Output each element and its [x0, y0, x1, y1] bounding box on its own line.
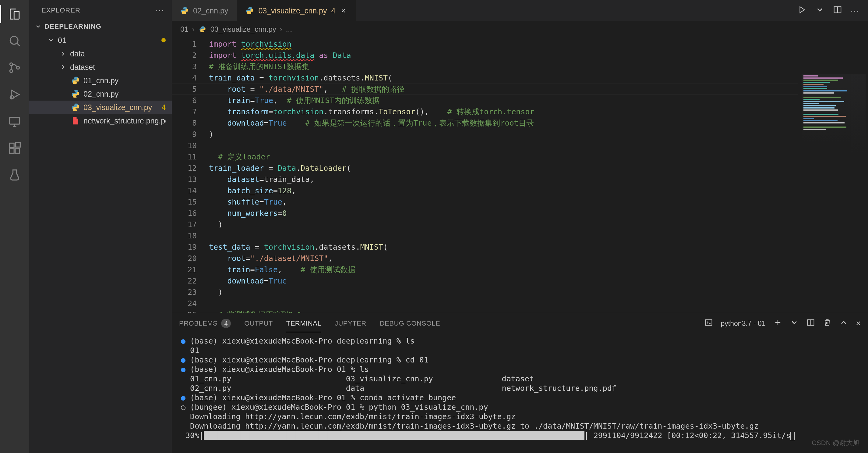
svg-point-3: [17, 66, 19, 69]
bottom-panel: PROBLEMS4 OUTPUT TERMINAL JUPYTER DEBUG …: [172, 313, 868, 453]
explorer-sidebar: EXPLORER ··· DEEPLEARNING 01 data datas: [29, 0, 172, 453]
modified-dot-icon: [161, 38, 166, 43]
svg-rect-5: [10, 117, 20, 124]
panel-tab-jupyter[interactable]: JUPYTER: [335, 319, 366, 328]
sidebar-more-icon[interactable]: ···: [156, 5, 164, 15]
source-control-icon[interactable]: [5, 59, 24, 77]
python-file-icon: [71, 103, 80, 112]
minimap[interactable]: [802, 75, 866, 153]
split-terminal-icon[interactable]: [806, 318, 815, 329]
run-dropdown-icon[interactable]: [815, 5, 825, 16]
svg-point-2: [10, 69, 12, 72]
watermark: CSDN @谢大旭: [812, 438, 860, 448]
file-01-cnn[interactable]: 01_cnn.py: [29, 74, 172, 87]
svg-rect-6: [10, 143, 14, 148]
panel-tab-problems[interactable]: PROBLEMS4: [179, 319, 231, 328]
python-file-icon: [198, 25, 207, 33]
maximize-panel-icon[interactable]: [839, 318, 848, 329]
remote-icon[interactable]: [5, 112, 24, 131]
folder-data[interactable]: data: [29, 47, 172, 60]
kill-terminal-icon[interactable]: [823, 318, 832, 329]
search-icon[interactable]: [5, 32, 24, 50]
code-content[interactable]: import torchvision import torch.utils.da…: [205, 37, 868, 313]
folder-dataset[interactable]: dataset: [29, 60, 172, 74]
testing-icon[interactable]: [5, 166, 24, 184]
panel-tab-output[interactable]: OUTPUT: [244, 319, 273, 328]
svg-point-0: [10, 36, 18, 44]
run-debug-icon[interactable]: [5, 85, 24, 104]
file-02-cnn[interactable]: 02_cnn.py: [29, 87, 172, 101]
file-03-visualize-cnn[interactable]: 03_visualize_cnn.py 4: [29, 101, 172, 114]
terminal-dropdown-icon[interactable]: [790, 318, 799, 329]
editor-actions: ···: [789, 0, 868, 21]
problems-badge: 4: [221, 319, 231, 328]
python-file-icon: [246, 6, 254, 15]
extensions-icon[interactable]: [5, 139, 24, 157]
panel-tab-terminal[interactable]: TERMINAL: [286, 319, 321, 328]
python-file-icon: [71, 90, 80, 98]
project-name: DEEPLEARNING: [44, 23, 101, 30]
tab-03-visualize-cnn[interactable]: 03_visualize_cnn.py 4 ×: [237, 0, 356, 21]
terminal-shell-label[interactable]: python3.7 - 01: [721, 319, 766, 328]
python-file-icon: [71, 76, 80, 85]
breadcrumbs[interactable]: 01› 03_visualize_cnn.py› ...: [172, 21, 868, 37]
file-network-pdf[interactable]: network_structure.png.pdf: [29, 114, 172, 128]
terminal-shell-icon: [705, 318, 713, 329]
new-terminal-icon[interactable]: [774, 318, 782, 329]
svg-rect-7: [10, 149, 14, 153]
svg-point-1: [10, 63, 12, 65]
editor-tabs: 02_cnn.py 03_visualize_cnn.py 4 × ···: [172, 0, 868, 21]
sidebar-title: EXPLORER: [41, 6, 81, 14]
panel-tab-debug-console[interactable]: DEBUG CONSOLE: [380, 319, 440, 328]
more-actions-icon[interactable]: ···: [850, 6, 860, 16]
split-editor-icon[interactable]: [833, 5, 842, 16]
folder-01[interactable]: 01: [29, 33, 172, 47]
problems-count: 4: [162, 103, 166, 112]
project-header[interactable]: DEEPLEARNING: [29, 21, 172, 32]
close-panel-icon[interactable]: ×: [856, 318, 861, 328]
activity-bar: [0, 0, 29, 453]
pdf-file-icon: [71, 116, 80, 125]
tab-02-cnn[interactable]: 02_cnn.py: [172, 0, 237, 21]
terminal-output[interactable]: ● (base) xiexu@xiexudeMacBook-Pro deeple…: [172, 334, 868, 453]
file-tree: 01 data dataset 01_cnn.py 02_cn: [29, 32, 172, 129]
editor-area: 02_cnn.py 03_visualize_cnn.py 4 × ··· 01…: [172, 0, 868, 453]
tab-problems-count: 4: [331, 6, 336, 15]
close-tab-icon[interactable]: ×: [340, 6, 347, 16]
panel-tabs: PROBLEMS4 OUTPUT TERMINAL JUPYTER DEBUG …: [172, 313, 868, 334]
line-numbers: 1234567891011121314151617181920212223242…: [172, 37, 205, 313]
svg-rect-8: [15, 149, 20, 153]
explorer-icon[interactable]: [5, 5, 24, 23]
run-file-icon[interactable]: [798, 5, 807, 16]
code-editor[interactable]: 1234567891011121314151617181920212223242…: [172, 37, 868, 313]
svg-rect-11: [705, 320, 712, 325]
python-file-icon: [180, 6, 189, 15]
svg-rect-9: [16, 143, 21, 147]
